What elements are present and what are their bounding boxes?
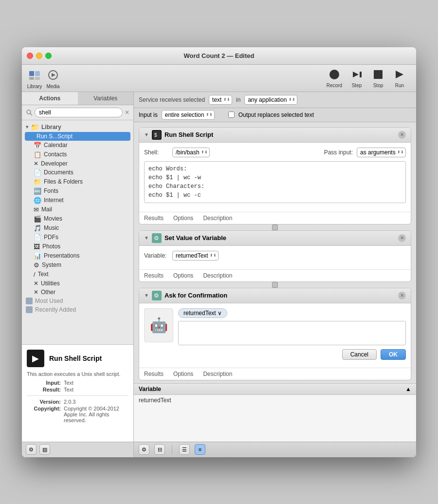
service-in-select[interactable]: any application (244, 95, 297, 105)
variable-row: Variable: returnedText (144, 251, 406, 261)
tree-item-text[interactable]: / Text (22, 270, 133, 279)
collapse-triangle-icon[interactable]: ▼ (144, 132, 149, 137)
list-view-button[interactable]: ☰ (179, 444, 190, 455)
options-tab-run-shell[interactable]: Options (173, 215, 193, 222)
code-editor[interactable]: echo Words: echo $1 | wc -w echo Charact… (144, 161, 406, 203)
tree-item-label: Calendar (44, 142, 68, 149)
gear-button[interactable]: ⚙ (26, 444, 36, 455)
results-tab-set-var[interactable]: Results (144, 272, 164, 279)
service-receives-select-wrapper: text (209, 95, 232, 105)
tree-item-music[interactable]: 🎵 Music (22, 224, 133, 233)
tree-item-files-folders[interactable]: 📁 Files & Folders (22, 177, 133, 187)
ok-button[interactable]: OK (381, 349, 406, 360)
token-row: returnedText ∨ (178, 308, 406, 318)
tree-item-mail[interactable]: ✉ Mail (22, 205, 133, 214)
tree-item-movies[interactable]: 🎬 Movies (22, 214, 133, 224)
tree-item-library[interactable]: ▾ 📁 Library (22, 122, 133, 132)
svg-text:⚙: ⚙ (154, 292, 159, 299)
variable-panel-up-icon[interactable]: ▲ (405, 386, 411, 392)
service-receives-select[interactable]: text (209, 95, 232, 105)
variable-select[interactable]: returnedText (172, 251, 219, 261)
media-label: Media (46, 84, 59, 89)
tree-item-presentations[interactable]: 📊 Presentations (22, 251, 133, 261)
main-window: Word Count 2 — Edited Library (22, 47, 416, 457)
tree-item-most-used[interactable]: Most Used (22, 297, 133, 305)
pass-input-label: Pass input: (324, 149, 353, 156)
tree-item-calendar[interactable]: 📅 Calendar (22, 141, 133, 150)
tree-item-fonts[interactable]: 🔤 Fonts (22, 187, 133, 196)
content-area: Actions Variables ✕ ▾ 📁 Library (22, 92, 416, 457)
confirm-body: 🤖 returnedText ∨ (144, 308, 406, 345)
info-result: Result: Text (27, 387, 128, 392)
photos-icon: 🖼 (34, 243, 40, 250)
tree-item-label: Contacts (44, 151, 67, 158)
pass-select[interactable]: as arguments (357, 148, 406, 157)
tree-item-photos[interactable]: 🖼 Photos (22, 242, 133, 251)
collapse-triangle-set-icon[interactable]: ▼ (144, 235, 149, 241)
options-tab-set-var[interactable]: Options (173, 272, 193, 279)
tree-item-internet[interactable]: 🌐 Internet (22, 196, 133, 205)
output-replaces-label: Output replaces selected text (238, 112, 314, 118)
sidebar-toggle-button[interactable]: ⊟ (154, 444, 165, 455)
maximize-button[interactable] (45, 53, 52, 59)
results-tab-ask[interactable]: Results (144, 371, 164, 377)
search-input[interactable] (35, 108, 123, 117)
close-set-variable-button[interactable]: ✕ (398, 234, 406, 242)
output-replaces-checkbox[interactable] (228, 112, 235, 118)
close-button[interactable] (27, 53, 33, 59)
tree-item-label: Documents (44, 169, 73, 176)
close-ask-confirmation-button[interactable]: ✕ (398, 292, 406, 299)
tab-variables[interactable]: Variables (78, 92, 134, 105)
description-tab-ask[interactable]: Description (203, 371, 232, 377)
step-button[interactable]: Step (350, 68, 364, 88)
tree-item-system[interactable]: ⚙ System (22, 261, 133, 270)
tree-item-label: Most Used (35, 298, 63, 304)
info-copyright: Copyright: Copyright © 2004-2012 Apple I… (27, 406, 128, 423)
search-clear-icon[interactable]: ✕ (125, 109, 129, 116)
tree-item-other[interactable]: ✕ Other (22, 288, 133, 297)
options-tab-ask[interactable]: Options (173, 371, 193, 377)
description-tab-set-var[interactable]: Description (203, 272, 232, 279)
tree-item-recently-added[interactable]: Recently Added (22, 305, 133, 314)
run-shell-footer: Results Options Description (139, 212, 411, 224)
results-tab-run-shell[interactable]: Results (144, 215, 164, 222)
collapse-triangle-ask-icon[interactable]: ▼ (144, 293, 149, 298)
action-run-shell: ▼ $ Run Shell Script ✕ Shell: /bin/ba (139, 127, 411, 224)
description-tab-run-shell[interactable]: Description (203, 215, 232, 222)
media-icon (45, 67, 61, 83)
tree-item-pdfs[interactable]: 📄 PDFs (22, 233, 133, 242)
run-shell-body: Shell: /bin/bash Pass input: as argument… (139, 143, 411, 212)
run-icon (393, 68, 406, 81)
tree-item-contacts[interactable]: 📋 Contacts (22, 150, 133, 159)
run-button[interactable]: Run (393, 68, 406, 88)
workflow: ▼ $ Run Shell Script ✕ Shell: /bin/ba (134, 122, 416, 383)
tree-item-label: Text (38, 271, 49, 278)
tree-item-developer[interactable]: ✕ Developer (22, 159, 133, 168)
confirmation-text-area[interactable] (178, 321, 406, 345)
library-button[interactable]: Library (27, 67, 42, 89)
close-run-shell-button[interactable]: ✕ (398, 131, 406, 139)
stop-button[interactable]: Stop (371, 68, 385, 88)
input-is-select[interactable]: entire selection (162, 110, 215, 120)
variable-token[interactable]: returnedText ∨ (178, 308, 227, 318)
shell-select[interactable]: /bin/bash (172, 148, 210, 157)
toolbar: Library Media Record (22, 65, 416, 92)
window-controls (27, 53, 52, 59)
tree-item-documents[interactable]: 📄 Documents (22, 168, 133, 177)
input-is-select-wrapper: entire selection (162, 110, 215, 120)
gear-bottom-button[interactable]: ⚙ (139, 444, 149, 455)
variable-action-icon: ⚙ (152, 233, 162, 243)
sidebar-detail-button[interactable]: ▤ (39, 444, 50, 455)
tab-actions[interactable]: Actions (22, 92, 78, 105)
cancel-button[interactable]: Cancel (342, 349, 377, 360)
media-button[interactable]: Media (45, 67, 61, 89)
record-button[interactable]: Record (327, 68, 342, 88)
minimize-button[interactable] (36, 53, 42, 59)
detail-view-button[interactable]: ≡ (195, 444, 205, 455)
tree-item-utilities[interactable]: ✕ Utilities (22, 279, 133, 288)
variable-item-returnedText[interactable]: returnedText (134, 395, 416, 406)
calendar-icon: 📅 (34, 142, 41, 149)
tree-item-run-script[interactable]: Run S...Script (25, 132, 130, 141)
svg-rect-9 (374, 70, 383, 79)
shell-label: Shell: (144, 149, 168, 156)
